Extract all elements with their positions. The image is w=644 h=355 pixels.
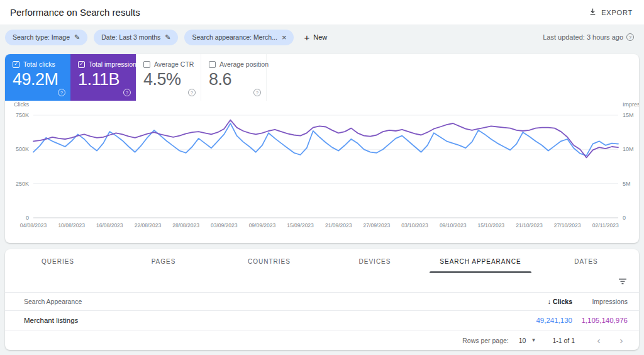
checkbox-checked-icon[interactable]: ✓ (13, 61, 19, 68)
tab-dates[interactable]: DATES (533, 249, 639, 273)
svg-text:03/09/2023: 03/09/2023 (211, 222, 238, 228)
svg-text:750K: 750K (16, 112, 29, 118)
column-header-impressions[interactable]: Impressions (572, 298, 628, 305)
svg-text:28/08/2023: 28/08/2023 (172, 222, 199, 228)
metric-tile-total-impressions[interactable]: ✓ Total impressions 1.11B ? (70, 54, 136, 101)
filter-chip-date[interactable]: Date: Last 3 months ✎ (94, 30, 178, 45)
svg-text:04/08/2023: 04/08/2023 (20, 222, 47, 228)
metric-label: Average position (219, 60, 269, 68)
svg-text:27/10/2023: 27/10/2023 (554, 222, 581, 228)
chip-label: Search appearance: Merch... (192, 33, 277, 41)
checkbox-unchecked-icon[interactable] (143, 61, 150, 68)
metric-tile-average-position[interactable]: Average position 8.6 ? (201, 54, 267, 101)
export-button[interactable]: EXPORT (589, 8, 633, 17)
metric-value: 49.2M (13, 70, 64, 89)
svg-text:09/10/2023: 09/10/2023 (440, 222, 467, 228)
dropdown-caret-icon: ▼ (531, 337, 536, 343)
performance-chart-card: ✓ Total clicks 49.2M ? ✓ Total impressio… (5, 54, 639, 243)
page-title: Performance on Search results (10, 7, 140, 18)
metric-label: Total impressions (89, 60, 140, 68)
svg-text:21/09/2023: 21/09/2023 (325, 222, 352, 228)
rows-per-page-label: Rows per page: (462, 337, 509, 344)
svg-text:0: 0 (26, 215, 29, 221)
filter-icon[interactable] (618, 276, 628, 289)
help-icon[interactable]: ? (253, 89, 261, 96)
tab-pages[interactable]: PAGES (111, 249, 216, 273)
row-clicks-value: 49,241,130 (478, 317, 572, 324)
svg-text:03/10/2023: 03/10/2023 (401, 222, 428, 228)
tab-search-appearance[interactable]: SEARCH APPEARANCE (428, 249, 533, 273)
svg-text:22/08/2023: 22/08/2023 (135, 222, 162, 228)
svg-text:16/08/2023: 16/08/2023 (96, 222, 123, 228)
metric-tiles: ✓ Total clicks 49.2M ? ✓ Total impressio… (5, 54, 639, 101)
new-filter-button[interactable]: + New (304, 32, 327, 43)
checkbox-unchecked-icon[interactable] (209, 61, 216, 68)
svg-text:09/09/2023: 09/09/2023 (249, 222, 276, 228)
dimensions-table-card: QUERIES PAGES COUNTRIES DEVICES SEARCH A… (5, 249, 639, 350)
help-icon[interactable]: ? (188, 89, 196, 96)
metric-value: 8.6 (209, 70, 260, 89)
edit-icon[interactable]: ✎ (74, 33, 80, 42)
close-icon[interactable]: × (282, 33, 287, 42)
svg-text:15M: 15M (623, 112, 634, 118)
metric-tile-total-clicks[interactable]: ✓ Total clicks 49.2M ? (5, 54, 70, 101)
chip-label: Search type: Image (13, 33, 70, 41)
svg-text:15/10/2023: 15/10/2023 (478, 222, 505, 228)
plus-icon: + (304, 32, 309, 43)
pagination: Rows per page: 10 ▼ 1-1 of 1 ‹ › (5, 330, 639, 350)
last-updated: Last updated: 3 hours ago ? (543, 33, 634, 41)
chip-label: Date: Last 3 months (101, 33, 160, 41)
row-impressions-value: 1,105,140,976 (572, 317, 628, 324)
performance-line-chart[interactable]: 750K15M500K10M250K5M00ClicksImpressions0… (5, 101, 639, 234)
metric-tile-average-ctr[interactable]: Average CTR 4.5% ? (136, 54, 201, 101)
help-icon[interactable]: ? (58, 89, 65, 96)
column-header-search-appearance[interactable]: Search Appearance (24, 298, 478, 305)
rows-per-page-value: 10 (519, 337, 526, 344)
table-header-row: Search Appearance ↓Clicks Impressions (5, 293, 639, 310)
svg-text:15/09/2023: 15/09/2023 (287, 222, 314, 228)
download-icon (589, 8, 597, 17)
help-icon[interactable]: ? (123, 89, 131, 96)
column-header-clicks[interactable]: ↓Clicks (478, 298, 572, 305)
last-updated-text: Last updated: 3 hours ago (543, 33, 623, 41)
filter-chip-search-type[interactable]: Search type: Image ✎ (5, 30, 87, 45)
metric-label: Total clicks (23, 60, 55, 68)
svg-text:21/10/2023: 21/10/2023 (516, 222, 543, 228)
tab-queries[interactable]: QUERIES (5, 249, 111, 273)
pagination-range: 1-1 of 1 (552, 337, 575, 344)
svg-text:Clicks: Clicks (14, 101, 29, 108)
export-label: EXPORT (601, 9, 633, 16)
svg-text:250K: 250K (16, 181, 29, 187)
help-icon[interactable]: ? (626, 33, 634, 41)
checkbox-checked-icon[interactable]: ✓ (78, 61, 85, 68)
metric-value: 4.5% (143, 70, 194, 89)
svg-text:10M: 10M (623, 146, 634, 152)
svg-text:02/11/2023: 02/11/2023 (592, 222, 619, 228)
top-bar: Performance on Search results EXPORT (0, 0, 644, 25)
table-row[interactable]: Merchant listings 49,241,130 1,105,140,9… (5, 311, 639, 330)
sort-desc-icon: ↓ (548, 298, 551, 305)
svg-text:10/08/2023: 10/08/2023 (58, 222, 85, 228)
svg-text:0: 0 (623, 215, 626, 221)
filter-band: Search type: Image ✎ Date: Last 3 months… (0, 25, 644, 49)
svg-text:500K: 500K (16, 146, 29, 152)
tab-countries[interactable]: COUNTRIES (216, 249, 322, 273)
svg-text:27/09/2023: 27/09/2023 (364, 222, 391, 228)
edit-icon[interactable]: ✎ (165, 33, 170, 42)
filter-chip-search-appearance[interactable]: Search appearance: Merch... × (184, 30, 294, 45)
next-page-button[interactable]: › (613, 335, 630, 346)
dimension-tabs: QUERIES PAGES COUNTRIES DEVICES SEARCH A… (5, 249, 639, 273)
row-name: Merchant listings (24, 317, 478, 324)
metric-label: Average CTR (154, 60, 194, 68)
new-filter-label: New (313, 33, 327, 41)
prev-page-button[interactable]: ‹ (590, 335, 608, 346)
metric-value: 1.11B (78, 70, 130, 89)
rows-per-page-select[interactable]: 10 ▼ (519, 337, 536, 344)
svg-text:Impressions: Impressions (623, 101, 639, 108)
tab-devices[interactable]: DEVICES (322, 249, 428, 273)
table-toolbar (5, 273, 639, 292)
svg-text:5M: 5M (623, 181, 631, 187)
